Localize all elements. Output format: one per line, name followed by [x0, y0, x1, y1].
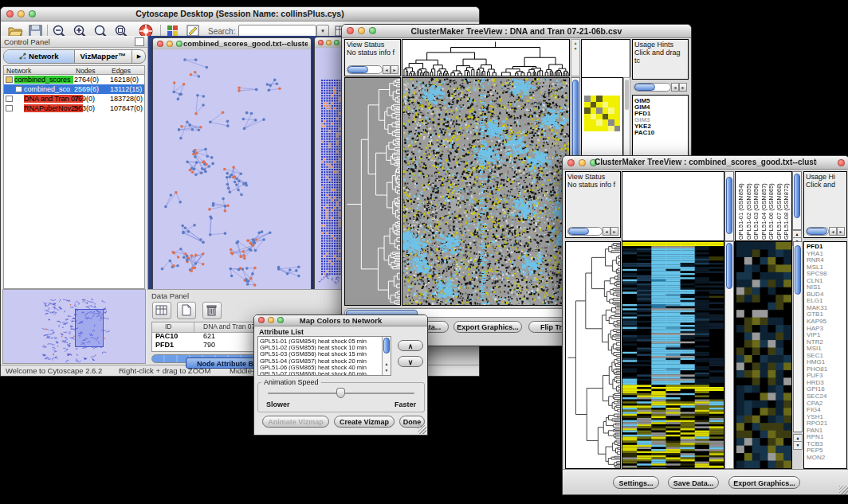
matrix-cell[interactable] [614, 114, 621, 120]
resize-grip[interactable] [418, 425, 426, 434]
gpl-column-label[interactable]: GPL51-03 (GSM856) [752, 173, 760, 240]
attribute-list-item[interactable]: GPL51-01 (GSM854) heat shock 05 min [260, 338, 380, 344]
network-view-titlebar[interactable]: combined_scores_good.txt--cluste... [153, 38, 311, 50]
tv1-usage-scrollbar[interactable]: ◂▸ [634, 83, 687, 92]
row-label[interactable]: YKE2 [634, 123, 688, 129]
matrix-cell[interactable] [591, 119, 597, 126]
tv2-column-dendrogram[interactable] [622, 171, 724, 241]
close-icon[interactable] [157, 41, 163, 47]
overview-viewport-rect[interactable] [75, 309, 104, 347]
close-icon[interactable] [567, 159, 575, 166]
matrix-cell[interactable] [614, 107, 621, 114]
matrix-cell[interactable] [591, 114, 597, 120]
gene-label[interactable]: RPN1 [807, 433, 846, 440]
delete-attribute-icon[interactable] [202, 302, 222, 319]
row-label[interactable]: GIM5 [634, 97, 688, 104]
gene-label[interactable]: YRA1 [807, 250, 846, 257]
minimize-icon[interactable] [268, 317, 274, 323]
tv2-row-dendrogram[interactable] [565, 241, 621, 469]
gene-label[interactable]: YSH1 [807, 413, 846, 420]
matrix-cell[interactable] [603, 96, 609, 102]
view-status-scrollbar[interactable]: ◂▸ [567, 227, 618, 236]
matrix-cell[interactable] [614, 119, 621, 126]
row-label[interactable]: PFD1 [634, 110, 688, 116]
gene-label[interactable]: SEC1 [807, 352, 846, 359]
matrix-cell[interactable] [603, 119, 609, 126]
network-row[interactable]: DNA and Tran 07769(0)183728(0) [4, 94, 144, 104]
gene-label[interactable]: PEP5 [807, 447, 846, 454]
matrix-cell[interactable] [596, 126, 603, 132]
network-row[interactable]: RNAPuberNov2+563(0)107847(0) [4, 104, 144, 113]
gene-label[interactable]: SEC24 [807, 393, 846, 400]
view-status-scrollbar[interactable]: ◂▸ [347, 65, 398, 74]
minimize-icon[interactable] [167, 41, 173, 47]
gpl-column-labels[interactable]: GPL51-01 (GSM854)GPL51-02 (GSM855)GPL51-… [736, 172, 791, 240]
col-edges[interactable]: Edges [112, 67, 131, 75]
matrix-cell[interactable] [608, 102, 614, 108]
gene-label[interactable]: GPI16 [807, 385, 846, 393]
matrix-cell[interactable] [584, 126, 591, 132]
close-icon[interactable] [258, 317, 265, 323]
gene-label[interactable]: GTB1 [807, 311, 846, 318]
move-down-button[interactable]: ∨ [398, 356, 423, 367]
speed-slider-thumb[interactable] [336, 388, 345, 398]
gene-label[interactable]: RNR4 [807, 256, 846, 264]
gene-label[interactable]: MAK31 [807, 304, 846, 311]
matrix-cell[interactable] [608, 114, 614, 120]
tv2-gene-labels[interactable]: PFD1YRA1RNR4MSL1SPC98CLN1NIS1BUD4ELG1MAK… [803, 241, 847, 469]
gene-label[interactable]: MON2 [807, 454, 846, 461]
matrix-cell[interactable] [596, 114, 603, 120]
matrix-cell[interactable] [596, 107, 603, 114]
tv2-heatmap[interactable] [622, 241, 724, 469]
gene-label[interactable]: CLN1 [807, 277, 846, 284]
tab-overflow-arrow[interactable]: ▶ [132, 50, 146, 63]
row-label[interactable]: GIM4 [634, 104, 688, 110]
treeview2-titlebar[interactable]: ClusterMaker TreeView : combined_scores_… [563, 156, 848, 170]
zoom-window-icon[interactable] [176, 41, 183, 47]
map-dialog-titlebar[interactable]: Map Colors to Network [254, 315, 427, 326]
matrix-cell[interactable] [603, 107, 609, 114]
matrix-cell[interactable] [614, 102, 621, 108]
tv2-vscroll-3[interactable] [724, 241, 734, 469]
select-attributes-icon[interactable] [152, 302, 171, 319]
matrix-cell[interactable] [596, 102, 603, 108]
network-row[interactable]: combined_sco2569(6)13112(15) [4, 84, 144, 94]
usage-hints-scrollbar[interactable]: ◂▸ [806, 227, 845, 236]
attribute-list-item[interactable]: GPL51-03 (GSM856) heat shock 15 min [260, 350, 380, 357]
tv2-scroll-arrows-2[interactable]: ▲ ▼ [793, 434, 803, 450]
zoom-window-icon[interactable] [277, 317, 284, 323]
gene-label[interactable]: PHO81 [807, 365, 846, 373]
tab-network[interactable]: Network [4, 50, 75, 63]
attribute-list-item[interactable]: GPL51-04 (GSM857) heat shock 20 min [260, 357, 380, 364]
gene-label[interactable]: TCB3 [807, 440, 846, 447]
minimize-icon[interactable] [358, 27, 365, 34]
resize-grip[interactable] [839, 486, 848, 494]
tv1-column-dendrogram[interactable] [402, 39, 570, 76]
minimize-icon[interactable] [579, 159, 586, 166]
matrix-cell[interactable] [603, 126, 609, 132]
matrix-cell[interactable] [596, 96, 603, 102]
close-icon[interactable] [347, 27, 354, 34]
matrix-cell[interactable] [591, 102, 597, 108]
minimize-icon[interactable] [326, 40, 332, 45]
animate-vizmap-button[interactable]: Animate Vizmap [262, 416, 329, 428]
move-up-button[interactable]: ∧ [398, 340, 423, 351]
tab-vizmapper[interactable]: VizMapper™ [74, 50, 132, 63]
gene-label[interactable]: MSI1 [807, 345, 846, 352]
gpl-column-label[interactable]: GPL51-08 (GSM872) [783, 173, 791, 240]
gpl-column-label[interactable]: GPL51-06 (GSM865) [768, 173, 775, 240]
gene-label[interactable]: PAN1 [807, 427, 846, 434]
minimize-icon[interactable] [18, 10, 25, 18]
close-icon[interactable] [318, 40, 324, 45]
gene-label[interactable]: SPC98 [807, 270, 846, 277]
float-panel-icon[interactable] [135, 37, 144, 46]
matrix-cell[interactable] [584, 107, 591, 114]
gpl-column-label[interactable]: GPL51-07 (GSM868) [775, 173, 783, 240]
matrix-cell[interactable] [584, 96, 591, 102]
gene-label[interactable]: MSL1 [807, 264, 846, 271]
gene-label[interactable]: CPA2 [807, 400, 846, 407]
gene-label[interactable]: PUF3 [807, 372, 846, 379]
attribute-list-item[interactable]: GPL51-06 (GSM865) heat shock 40 min [260, 364, 380, 370]
gene-label[interactable]: BUD4 [807, 291, 846, 298]
matrix-cell[interactable] [584, 119, 591, 126]
